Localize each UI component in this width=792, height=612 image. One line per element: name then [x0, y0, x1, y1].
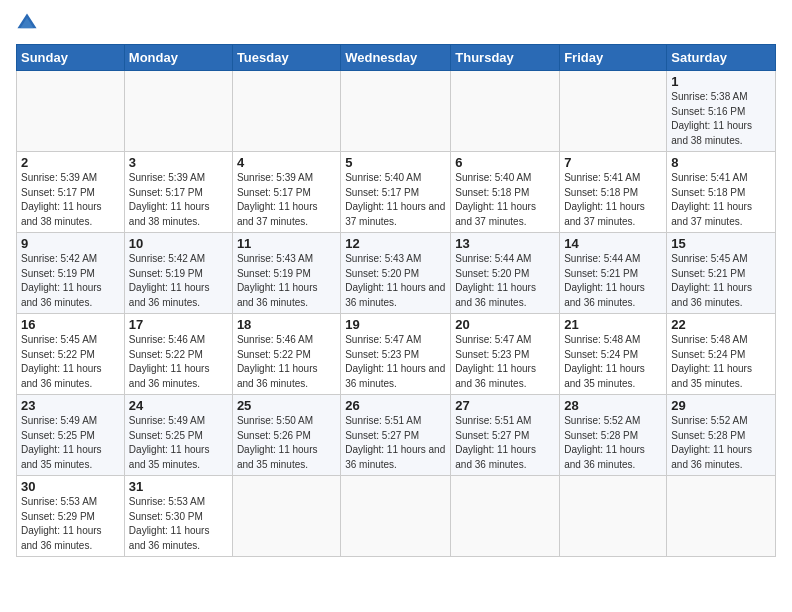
calendar-cell: 14Sunrise: 5:44 AM Sunset: 5:21 PM Dayli… — [560, 233, 667, 314]
day-info: Sunrise: 5:45 AM Sunset: 5:21 PM Dayligh… — [671, 252, 771, 310]
day-number: 25 — [237, 398, 336, 413]
calendar-header-monday: Monday — [124, 45, 232, 71]
day-info: Sunrise: 5:52 AM Sunset: 5:28 PM Dayligh… — [671, 414, 771, 472]
day-info: Sunrise: 5:51 AM Sunset: 5:27 PM Dayligh… — [345, 414, 446, 472]
day-number: 27 — [455, 398, 555, 413]
day-info: Sunrise: 5:47 AM Sunset: 5:23 PM Dayligh… — [345, 333, 446, 391]
calendar-cell: 24Sunrise: 5:49 AM Sunset: 5:25 PM Dayli… — [124, 395, 232, 476]
day-info: Sunrise: 5:47 AM Sunset: 5:23 PM Dayligh… — [455, 333, 555, 391]
calendar-cell: 19Sunrise: 5:47 AM Sunset: 5:23 PM Dayli… — [341, 314, 451, 395]
day-number: 12 — [345, 236, 446, 251]
calendar-cell — [232, 71, 340, 152]
day-info: Sunrise: 5:42 AM Sunset: 5:19 PM Dayligh… — [21, 252, 120, 310]
page: SundayMondayTuesdayWednesdayThursdayFrid… — [0, 0, 792, 569]
calendar-cell: 6Sunrise: 5:40 AM Sunset: 5:18 PM Daylig… — [451, 152, 560, 233]
calendar-week-3: 9Sunrise: 5:42 AM Sunset: 5:19 PM Daylig… — [17, 233, 776, 314]
calendar-week-5: 23Sunrise: 5:49 AM Sunset: 5:25 PM Dayli… — [17, 395, 776, 476]
calendar-cell: 18Sunrise: 5:46 AM Sunset: 5:22 PM Dayli… — [232, 314, 340, 395]
calendar-cell — [667, 476, 776, 557]
day-info: Sunrise: 5:53 AM Sunset: 5:29 PM Dayligh… — [21, 495, 120, 553]
calendar-cell: 3Sunrise: 5:39 AM Sunset: 5:17 PM Daylig… — [124, 152, 232, 233]
calendar-header-saturday: Saturday — [667, 45, 776, 71]
calendar-cell: 23Sunrise: 5:49 AM Sunset: 5:25 PM Dayli… — [17, 395, 125, 476]
day-info: Sunrise: 5:45 AM Sunset: 5:22 PM Dayligh… — [21, 333, 120, 391]
day-number: 23 — [21, 398, 120, 413]
calendar-cell: 2Sunrise: 5:39 AM Sunset: 5:17 PM Daylig… — [17, 152, 125, 233]
calendar-cell: 29Sunrise: 5:52 AM Sunset: 5:28 PM Dayli… — [667, 395, 776, 476]
calendar-cell: 1Sunrise: 5:38 AM Sunset: 5:16 PM Daylig… — [667, 71, 776, 152]
day-info: Sunrise: 5:42 AM Sunset: 5:19 PM Dayligh… — [129, 252, 228, 310]
calendar-cell: 13Sunrise: 5:44 AM Sunset: 5:20 PM Dayli… — [451, 233, 560, 314]
calendar-cell: 4Sunrise: 5:39 AM Sunset: 5:17 PM Daylig… — [232, 152, 340, 233]
day-number: 11 — [237, 236, 336, 251]
day-number: 10 — [129, 236, 228, 251]
calendar-cell — [232, 476, 340, 557]
logo — [16, 12, 42, 34]
calendar-cell — [124, 71, 232, 152]
day-info: Sunrise: 5:51 AM Sunset: 5:27 PM Dayligh… — [455, 414, 555, 472]
day-number: 7 — [564, 155, 662, 170]
calendar-cell — [560, 71, 667, 152]
day-info: Sunrise: 5:43 AM Sunset: 5:19 PM Dayligh… — [237, 252, 336, 310]
day-info: Sunrise: 5:46 AM Sunset: 5:22 PM Dayligh… — [129, 333, 228, 391]
calendar-cell: 8Sunrise: 5:41 AM Sunset: 5:18 PM Daylig… — [667, 152, 776, 233]
calendar-header-friday: Friday — [560, 45, 667, 71]
day-info: Sunrise: 5:49 AM Sunset: 5:25 PM Dayligh… — [129, 414, 228, 472]
calendar-cell: 9Sunrise: 5:42 AM Sunset: 5:19 PM Daylig… — [17, 233, 125, 314]
day-number: 29 — [671, 398, 771, 413]
day-number: 28 — [564, 398, 662, 413]
day-number: 17 — [129, 317, 228, 332]
calendar-week-1: 1Sunrise: 5:38 AM Sunset: 5:16 PM Daylig… — [17, 71, 776, 152]
calendar-header-sunday: Sunday — [17, 45, 125, 71]
calendar-cell: 7Sunrise: 5:41 AM Sunset: 5:18 PM Daylig… — [560, 152, 667, 233]
calendar-cell: 11Sunrise: 5:43 AM Sunset: 5:19 PM Dayli… — [232, 233, 340, 314]
day-number: 18 — [237, 317, 336, 332]
calendar-cell: 26Sunrise: 5:51 AM Sunset: 5:27 PM Dayli… — [341, 395, 451, 476]
day-info: Sunrise: 5:44 AM Sunset: 5:21 PM Dayligh… — [564, 252, 662, 310]
calendar-cell: 16Sunrise: 5:45 AM Sunset: 5:22 PM Dayli… — [17, 314, 125, 395]
calendar-cell: 17Sunrise: 5:46 AM Sunset: 5:22 PM Dayli… — [124, 314, 232, 395]
day-number: 31 — [129, 479, 228, 494]
calendar-week-4: 16Sunrise: 5:45 AM Sunset: 5:22 PM Dayli… — [17, 314, 776, 395]
calendar-cell: 25Sunrise: 5:50 AM Sunset: 5:26 PM Dayli… — [232, 395, 340, 476]
day-info: Sunrise: 5:46 AM Sunset: 5:22 PM Dayligh… — [237, 333, 336, 391]
calendar-cell — [341, 476, 451, 557]
calendar-cell: 5Sunrise: 5:40 AM Sunset: 5:17 PM Daylig… — [341, 152, 451, 233]
day-info: Sunrise: 5:48 AM Sunset: 5:24 PM Dayligh… — [564, 333, 662, 391]
header — [16, 12, 776, 34]
calendar-cell: 27Sunrise: 5:51 AM Sunset: 5:27 PM Dayli… — [451, 395, 560, 476]
day-info: Sunrise: 5:41 AM Sunset: 5:18 PM Dayligh… — [564, 171, 662, 229]
day-number: 22 — [671, 317, 771, 332]
day-info: Sunrise: 5:53 AM Sunset: 5:30 PM Dayligh… — [129, 495, 228, 553]
day-number: 6 — [455, 155, 555, 170]
calendar-week-2: 2Sunrise: 5:39 AM Sunset: 5:17 PM Daylig… — [17, 152, 776, 233]
day-number: 24 — [129, 398, 228, 413]
calendar-cell: 12Sunrise: 5:43 AM Sunset: 5:20 PM Dayli… — [341, 233, 451, 314]
day-info: Sunrise: 5:49 AM Sunset: 5:25 PM Dayligh… — [21, 414, 120, 472]
day-number: 3 — [129, 155, 228, 170]
day-number: 2 — [21, 155, 120, 170]
day-number: 19 — [345, 317, 446, 332]
day-info: Sunrise: 5:41 AM Sunset: 5:18 PM Dayligh… — [671, 171, 771, 229]
day-info: Sunrise: 5:39 AM Sunset: 5:17 PM Dayligh… — [129, 171, 228, 229]
day-number: 20 — [455, 317, 555, 332]
logo-icon — [16, 12, 38, 34]
day-number: 14 — [564, 236, 662, 251]
calendar-week-6: 30Sunrise: 5:53 AM Sunset: 5:29 PM Dayli… — [17, 476, 776, 557]
calendar-cell: 28Sunrise: 5:52 AM Sunset: 5:28 PM Dayli… — [560, 395, 667, 476]
day-number: 21 — [564, 317, 662, 332]
day-number: 9 — [21, 236, 120, 251]
day-number: 8 — [671, 155, 771, 170]
calendar-table: SundayMondayTuesdayWednesdayThursdayFrid… — [16, 44, 776, 557]
calendar-cell: 15Sunrise: 5:45 AM Sunset: 5:21 PM Dayli… — [667, 233, 776, 314]
calendar-cell — [560, 476, 667, 557]
calendar-cell: 10Sunrise: 5:42 AM Sunset: 5:19 PM Dayli… — [124, 233, 232, 314]
calendar-cell: 20Sunrise: 5:47 AM Sunset: 5:23 PM Dayli… — [451, 314, 560, 395]
day-info: Sunrise: 5:52 AM Sunset: 5:28 PM Dayligh… — [564, 414, 662, 472]
day-number: 13 — [455, 236, 555, 251]
day-info: Sunrise: 5:43 AM Sunset: 5:20 PM Dayligh… — [345, 252, 446, 310]
calendar-header-thursday: Thursday — [451, 45, 560, 71]
calendar-cell — [17, 71, 125, 152]
day-number: 1 — [671, 74, 771, 89]
day-info: Sunrise: 5:40 AM Sunset: 5:18 PM Dayligh… — [455, 171, 555, 229]
